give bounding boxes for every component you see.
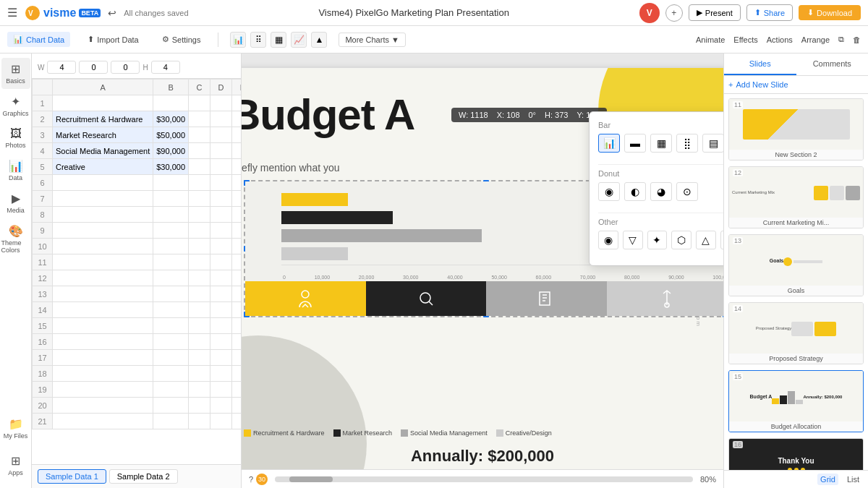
cell-1-2[interactable]: $30,000 (153, 111, 189, 127)
cell-13-4[interactable] (210, 302, 232, 318)
cell-0-4[interactable] (210, 95, 232, 111)
spreadsheet[interactable]: A B C D E 12Recruitment & Hardware$30,00… (32, 79, 241, 464)
sidebar-item-data[interactable]: 📊 Data (1, 155, 30, 186)
cell-1-3[interactable] (189, 111, 210, 127)
cell-16-4[interactable] (210, 350, 232, 366)
cell-5-3[interactable] (189, 175, 210, 191)
cell-19-1[interactable] (53, 398, 153, 414)
cell-4-3[interactable] (189, 159, 210, 175)
x-input[interactable] (79, 61, 108, 74)
cell-12-2[interactable] (153, 286, 189, 302)
sample-data-2-tab[interactable]: Sample Data 2 (109, 469, 178, 484)
donut-full-icon[interactable]: ◉ (598, 182, 620, 201)
scrollbar-thumb[interactable] (289, 476, 333, 482)
sample-data-1-tab[interactable]: Sample Data 1 (38, 469, 106, 484)
bar-horizontal-icon[interactable]: ▬ (624, 134, 646, 153)
cell-4-4[interactable] (210, 159, 232, 175)
cell-3-2[interactable]: $90,000 (153, 143, 189, 159)
cell-0-5[interactable] (232, 95, 241, 111)
sidebar-item-graphics[interactable]: ✦ Graphics (1, 90, 30, 121)
actions-button[interactable]: Actions (767, 35, 793, 44)
cell-2-2[interactable]: $50,000 (153, 127, 189, 143)
cell-3-1[interactable]: Social Media Management (53, 143, 153, 159)
animate-button[interactable]: Animate (696, 35, 725, 44)
cell-1-5[interactable] (232, 111, 241, 127)
copy-button[interactable]: ⧉ (838, 35, 844, 44)
cell-15-1[interactable] (53, 334, 153, 350)
cell-10-5[interactable] (232, 254, 241, 270)
col-c-header[interactable]: C (189, 80, 210, 95)
cell-2-1[interactable]: Market Research (53, 127, 153, 143)
cell-10-4[interactable] (210, 254, 232, 270)
cell-6-4[interactable] (210, 191, 232, 207)
cell-16-1[interactable] (53, 350, 153, 366)
col-d-header[interactable]: D (210, 80, 232, 95)
cell-2-4[interactable] (210, 127, 232, 143)
cell-18-1[interactable] (53, 382, 153, 398)
cell-12-3[interactable] (189, 286, 210, 302)
undo-button[interactable]: ↩ (108, 7, 116, 19)
cell-13-3[interactable] (189, 302, 210, 318)
help-button[interactable]: ? (249, 475, 253, 484)
cell-5-1[interactable] (53, 175, 153, 191)
cell-16-2[interactable] (153, 350, 189, 366)
slide-item-14[interactable]: Proposed Strategy 14 Proposed Strategy (728, 302, 864, 364)
hamburger-menu[interactable]: ☰ (7, 6, 17, 20)
cell-7-1[interactable] (53, 207, 153, 223)
sidebar-item-theme-colors[interactable]: 🎨 Theme Colors (1, 220, 30, 258)
slide-list[interactable]: 11 New Section 2 Current Marketing Mix 1… (724, 94, 868, 470)
cell-7-5[interactable] (232, 207, 241, 223)
cell-9-1[interactable] (53, 239, 153, 254)
cell-6-1[interactable] (53, 191, 153, 207)
cell-11-4[interactable] (210, 270, 232, 286)
more-charts-button[interactable]: More Charts ▼ (339, 33, 405, 47)
horizontal-scrollbar[interactable] (275, 476, 693, 482)
sidebar-item-basics[interactable]: ⊞ Basics (1, 58, 30, 89)
cell-9-3[interactable] (189, 239, 210, 254)
cell-6-2[interactable] (153, 191, 189, 207)
cell-14-5[interactable] (232, 318, 241, 334)
effects-button[interactable]: Effects (733, 35, 757, 44)
cell-12-5[interactable] (232, 286, 241, 302)
cell-2-3[interactable] (189, 127, 210, 143)
cell-16-5[interactable] (232, 350, 241, 366)
cell-18-4[interactable] (210, 382, 232, 398)
cell-10-3[interactable] (189, 254, 210, 270)
cell-8-4[interactable] (210, 223, 232, 239)
sidebar-item-apps[interactable]: ⊞ Apps (1, 450, 30, 481)
cell-7-3[interactable] (189, 207, 210, 223)
cell-1-1[interactable]: Recruitment & Hardware (53, 111, 153, 127)
cell-17-5[interactable] (232, 366, 241, 382)
cell-8-1[interactable] (53, 223, 153, 239)
cell-9-2[interactable] (153, 239, 189, 254)
slide-item-15[interactable]: Budget A Annually: $200,000 15 Budget Al… (728, 370, 864, 432)
triangle-chart-icon[interactable]: ▲ (311, 32, 327, 48)
cell-11-1[interactable] (53, 270, 153, 286)
cell-15-4[interactable] (210, 334, 232, 350)
cell-19-4[interactable] (210, 398, 232, 414)
slide-item-13[interactable]: Goals 13 Goals (728, 234, 864, 296)
cell-5-5[interactable] (232, 175, 241, 191)
cell-13-2[interactable] (153, 302, 189, 318)
bar-chart-icon[interactable]: 📊 (230, 32, 246, 48)
cell-18-5[interactable] (232, 382, 241, 398)
bar-stacked2-icon[interactable]: ▤ (702, 134, 723, 153)
cell-13-5[interactable] (232, 302, 241, 318)
cell-7-2[interactable] (153, 207, 189, 223)
cell-3-5[interactable] (232, 143, 241, 159)
plus-button[interactable]: + (665, 4, 683, 22)
cell-10-2[interactable] (153, 254, 189, 270)
chart-data-button[interactable]: 📊 Chart Data (7, 32, 70, 47)
cell-14-2[interactable] (153, 318, 189, 334)
other-pyramid-icon[interactable]: ▲ (720, 231, 723, 249)
cell-3-3[interactable] (189, 143, 210, 159)
cell-8-5[interactable] (232, 223, 241, 239)
sidebar-item-my-files[interactable]: 📁 My Files (1, 413, 30, 444)
cell-4-2[interactable]: $30,000 (153, 159, 189, 175)
cell-20-3[interactable] (189, 414, 210, 429)
avatar[interactable]: V (639, 3, 660, 23)
other-triangle-icon[interactable]: △ (696, 231, 716, 249)
sidebar-item-media[interactable]: ▶ Media (1, 187, 30, 218)
donut-half-icon[interactable]: ◐ (624, 182, 646, 201)
cell-5-4[interactable] (210, 175, 232, 191)
